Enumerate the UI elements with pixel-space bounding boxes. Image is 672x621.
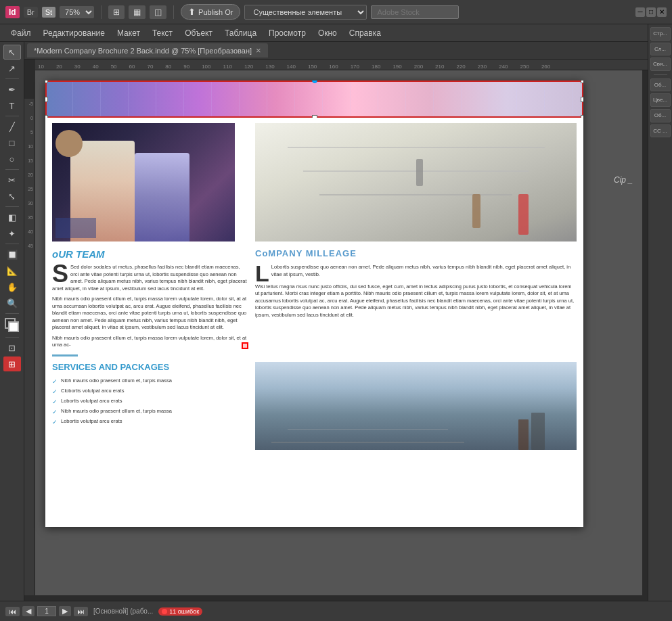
sep2: [173, 5, 174, 19]
our-team-section: oUR TEAM S Sed dolor sodales ut metus, p…: [52, 248, 248, 356]
document-tab[interactable]: *Modern Company Brochure 2 Back.indd @ 7…: [27, 43, 268, 58]
frame-tool[interactable]: ⊡: [3, 340, 21, 355]
person-pink: [518, 194, 529, 235]
selected-image-element[interactable]: [45, 80, 583, 118]
color-tool[interactable]: ✦: [3, 226, 21, 241]
tick-250: 250: [520, 64, 529, 70]
free-transform-tool[interactable]: ⤡: [3, 189, 21, 204]
ruler-marks: 10 20 30 40 50 60 70 80 90 100 110 120 1…: [35, 60, 562, 70]
handle-ml[interactable]: [45, 97, 48, 102]
building-person2: [518, 419, 529, 450]
menu-table[interactable]: Таблица: [219, 26, 262, 40]
ruler-vertical: -5 0 5 10 15 20 25 30 35 40 45: [24, 99, 35, 595]
select-tool[interactable]: ↖: [3, 45, 21, 60]
left-column: oUR TEAM S Sed dolor sodales ut metus, p…: [52, 123, 248, 356]
handle-tl[interactable]: [45, 80, 48, 83]
service1-text: Nibh mauris odio praesent cillum et, tur…: [61, 377, 172, 384]
menu-view[interactable]: Просмотр: [263, 26, 311, 40]
tool-sep1: [5, 78, 19, 79]
cip-label: Cip _: [614, 175, 633, 185]
tool-sep7: [5, 337, 19, 338]
handle-mr[interactable]: [581, 97, 583, 102]
rp-effects-btn[interactable]: Об...: [650, 109, 671, 122]
service-item-2: ✓ Clobortis volutpat arcu erats: [52, 388, 248, 395]
next-page-btn[interactable]: ▶: [59, 606, 71, 616]
handle-bm[interactable]: [312, 115, 317, 118]
person-small: [416, 159, 423, 186]
menu-layout[interactable]: Макет: [112, 26, 145, 40]
handle-bl[interactable]: [45, 115, 48, 118]
minimize-button[interactable]: ─: [635, 7, 645, 17]
service5-text: Lobortis volutpat arcu erats: [61, 418, 122, 424]
maximize-button[interactable]: □: [646, 7, 656, 17]
team-body3-text: Nibh mauris odio praesent cillum et, tur…: [52, 335, 246, 348]
layout-icon[interactable]: ▦: [129, 5, 145, 19]
canvas-area: oUR TEAM S Sed dolor sodales ut metus, p…: [35, 70, 642, 595]
team-body2: Nibh mauris odio praesent cillum et, tur…: [52, 296, 248, 331]
fill-stroke[interactable]: [5, 318, 20, 333]
rp-color-btn[interactable]: Цве...: [650, 93, 671, 107]
team-body1: S Sed dolor sodales ut metus, phasellus …: [52, 264, 248, 292]
gradient-tool[interactable]: ◧: [3, 210, 21, 225]
direct-select-tool[interactable]: ↗: [3, 61, 21, 76]
menu-edit[interactable]: Редактирование: [38, 26, 110, 40]
normal-view[interactable]: ⊞: [3, 356, 21, 371]
tick-110: 110: [223, 64, 232, 70]
page-number-input[interactable]: [37, 606, 56, 616]
rp-cc-btn[interactable]: СС ...: [650, 124, 671, 138]
publish-button[interactable]: ⬆ Publish Or: [181, 4, 240, 20]
last-page-btn[interactable]: ⏭: [74, 607, 88, 616]
first-page-btn[interactable]: ⏮: [5, 607, 20, 616]
search-input[interactable]: [371, 5, 459, 19]
rp-pages-btn[interactable]: Стр...: [650, 27, 671, 41]
tick-260: 260: [541, 64, 550, 70]
team-photo: [52, 123, 235, 242]
line-tool[interactable]: ╱: [3, 119, 21, 134]
overflow-indicator: [242, 342, 248, 349]
service-item-3: ✓ Lobortis volutpat arcu erats: [52, 398, 248, 405]
cc-dropdown[interactable]: Существенные элементы: [244, 5, 367, 20]
handle-br[interactable]: [581, 115, 583, 118]
tick-150: 150: [308, 64, 317, 70]
scissors-tool[interactable]: ✂: [3, 172, 21, 187]
v-tick-45: 45: [28, 244, 33, 248]
rp-layers-btn[interactable]: Сл...: [650, 43, 671, 56]
v-tick-10: 10: [28, 144, 33, 149]
check1: ✓: [52, 378, 58, 385]
tab-title: *Modern Company Brochure 2 Back.indd @ 7…: [34, 47, 252, 55]
rp-links-btn[interactable]: Свя...: [650, 58, 671, 71]
measure-tool[interactable]: 📐: [3, 263, 21, 278]
handle-tr[interactable]: [581, 80, 583, 83]
tick-160: 160: [329, 64, 338, 70]
zoom-tool[interactable]: 🔍: [3, 296, 21, 310]
menu-text[interactable]: Текст: [147, 26, 178, 40]
eyedropper-tool[interactable]: 🔲: [3, 247, 21, 262]
pen-tool[interactable]: ✒: [3, 82, 21, 97]
ellipse-tool[interactable]: ○: [3, 152, 21, 166]
service2-text: Clobortis volutpat arcu erats: [61, 388, 124, 394]
error-badge[interactable]: 11 ошибок: [158, 607, 202, 616]
arrange-icon[interactable]: ⊞: [108, 5, 125, 19]
type-tool[interactable]: T: [3, 98, 21, 113]
view-icon[interactable]: ◫: [150, 5, 166, 19]
tab-close-btn[interactable]: ×: [256, 45, 261, 55]
services-section: SERVICES AND PACKAGES ✓ Nibh mauris odio…: [52, 362, 248, 450]
hand-tool[interactable]: ✋: [3, 279, 21, 294]
zoom-select[interactable]: 75%: [60, 6, 94, 18]
status-bar: ⏮ ◀ ▶ ⏭ [Основной] (рабо... 11 ошибок: [0, 601, 672, 621]
v-tick-0: 0: [30, 116, 33, 120]
person2: [135, 153, 189, 242]
menu-window[interactable]: Окно: [313, 26, 342, 40]
rect-tool[interactable]: □: [3, 135, 21, 150]
menu-help[interactable]: Справка: [344, 26, 386, 40]
menu-file[interactable]: Файл: [5, 26, 37, 40]
tick-170: 170: [351, 64, 359, 70]
laptop-glow: [55, 130, 83, 157]
rp-object-btn[interactable]: Об...: [650, 78, 671, 92]
menu-object[interactable]: Объект: [179, 26, 218, 40]
close-button[interactable]: ✕: [657, 7, 667, 17]
milleage-body1-text: Lobortis suspendisse quo aenean non amet…: [271, 264, 570, 277]
tool-sep2: [5, 116, 19, 116]
tick-40: 40: [93, 64, 99, 70]
prev-page-btn[interactable]: ◀: [22, 606, 35, 616]
